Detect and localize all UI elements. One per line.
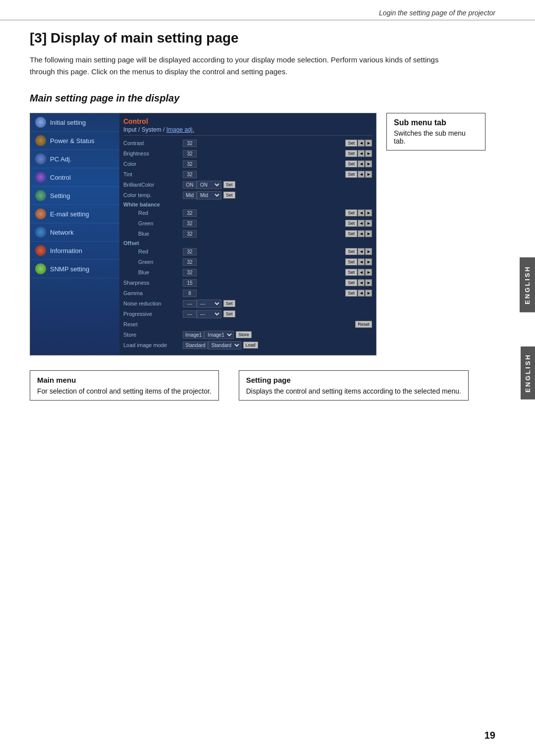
setting-page-annotation: Setting page Displays the control and se… (239, 370, 469, 401)
dec-wb-red-btn[interactable]: ◄ (358, 209, 365, 216)
main-menu-annotation: Main menu For selection of control and s… (30, 370, 219, 401)
select-color-temp[interactable]: MidHighLow (197, 191, 221, 200)
label-noise-reduction: Noise reduction (123, 301, 183, 306)
label-sharpness: Sharpness (123, 280, 183, 286)
section-offset: Offset (123, 240, 372, 246)
row-tint: Tint 32 Set ◄ ► (123, 170, 372, 179)
sub-menu-tab-desc: Switches the sub menu tab. (394, 129, 466, 145)
label-offset-green: Green (123, 259, 183, 265)
sidebar-item-information[interactable]: Information (30, 242, 119, 260)
breadcrumb-input[interactable]: Input (123, 126, 137, 133)
select-brilliant-color[interactable]: ONOFF (197, 181, 221, 189)
dec-wb-blue-btn[interactable]: ◄ (358, 230, 365, 237)
sidebar-label-pc: PC Adj. (50, 155, 71, 163)
select-load-image-mode[interactable]: Standard (208, 341, 241, 350)
label-progressive: Progressive (123, 311, 183, 317)
set-color-temp-btn[interactable]: Set (223, 192, 235, 199)
control-icon (35, 172, 46, 183)
label-color: Color (123, 161, 183, 167)
set-tint-btn[interactable]: Set (345, 171, 357, 178)
set-wb-green-btn[interactable]: Set (345, 220, 357, 227)
inc-wb-red-btn[interactable]: ► (365, 209, 372, 216)
set-gamma-btn[interactable]: Set (345, 290, 357, 297)
label-brilliant-color: BrilliantColor (123, 182, 183, 188)
row-brightness: Brightness 32 Set ◄ ► (123, 149, 372, 158)
page-container: ENGLISH Login the setting page of the pr… (0, 0, 535, 756)
dec-brightness-btn[interactable]: ◄ (358, 150, 365, 157)
inc-color-btn[interactable]: ► (365, 160, 372, 167)
sidebar-label-control: Control (50, 174, 71, 181)
dec-tint-btn[interactable]: ◄ (358, 171, 365, 178)
sidebar-item-pc-adj[interactable]: PC Adj. (30, 150, 119, 168)
row-load-image-mode: Load image mode Standard Standard Load (123, 341, 372, 350)
setting-page-desc: Displays the control and setting items a… (246, 387, 461, 395)
inc-tint-btn[interactable]: ► (365, 171, 372, 178)
sidebar-item-power-status[interactable]: Power & Status (30, 132, 119, 150)
set-wb-red-btn[interactable]: Set (345, 209, 357, 216)
english-vertical-tab: ENGLISH (520, 257, 535, 312)
dec-offset-blue-btn[interactable]: ◄ (358, 269, 365, 276)
set-offset-red-btn[interactable]: Set (345, 248, 357, 255)
dec-sharpness-btn[interactable]: ◄ (358, 279, 365, 286)
value-wb-blue: 32 (183, 230, 197, 238)
inc-offset-green-btn[interactable]: ► (365, 258, 372, 265)
inc-sharpness-btn[interactable]: ► (365, 279, 372, 286)
reset-btn[interactable]: Reset (355, 321, 372, 328)
power-status-icon (35, 135, 46, 146)
value-tint: 32 (183, 171, 197, 178)
dec-offset-green-btn[interactable]: ◄ (358, 258, 365, 265)
inc-gamma-btn[interactable]: ► (365, 290, 372, 297)
value-contrast: 32 (183, 140, 197, 147)
row-offset-red: Red 32 Set ◄ ► (123, 247, 372, 256)
dec-color-btn[interactable]: ◄ (358, 160, 365, 167)
main-menu-desc: For selection of control and setting ite… (37, 387, 212, 395)
label-reset: Reset (123, 321, 183, 327)
set-brightness-btn[interactable]: Set (345, 150, 357, 157)
load-btn[interactable]: Load (243, 342, 258, 349)
right-annotations: Sub menu tab Switches the sub menu tab. (386, 113, 485, 155)
dec-offset-red-btn[interactable]: ◄ (358, 248, 365, 255)
select-progressive[interactable]: --- (197, 310, 221, 318)
sidebar-item-email-setting[interactable]: E-mail setting (30, 205, 119, 223)
inc-wb-green-btn[interactable]: ► (365, 220, 372, 227)
sidebar-item-control[interactable]: Control (30, 168, 119, 187)
dec-gamma-btn[interactable]: ◄ (358, 290, 365, 297)
ui-mockup: Initial setting Power & Status PC Adj. C… (30, 113, 376, 355)
breadcrumb-system[interactable]: System (142, 126, 161, 133)
set-wb-blue-btn[interactable]: Set (345, 230, 357, 237)
store-btn[interactable]: Store (236, 331, 252, 338)
set-noise-reduction-btn[interactable]: Set (223, 300, 235, 307)
select-store[interactable]: Image1Image2 (204, 331, 234, 339)
sidebar-label-info: Information (50, 247, 82, 254)
value-load-image-mode: Standard (183, 342, 208, 349)
row-color: Color 32 Set ◄ ► (123, 159, 372, 168)
sub-heading: Main setting page in the display (30, 93, 505, 104)
inc-wb-blue-btn[interactable]: ► (365, 230, 372, 237)
sidebar-item-setting[interactable]: Setting (30, 187, 119, 205)
set-contrast-btn[interactable]: Set (345, 140, 357, 147)
sidebar-label-initial: Initial setting (50, 119, 86, 126)
set-offset-green-btn[interactable]: Set (345, 258, 357, 265)
inc-brightness-btn[interactable]: ► (365, 150, 372, 157)
set-brilliant-color-btn[interactable]: Set (223, 181, 235, 188)
set-color-btn[interactable]: Set (345, 160, 357, 167)
select-noise-reduction[interactable]: --- (197, 300, 221, 308)
sidebar-item-initial-setting[interactable]: Initial setting (30, 113, 119, 132)
label-offset-red: Red (123, 249, 183, 254)
row-brilliant-color: BrilliantColor ON ONOFF Set (123, 180, 372, 189)
row-wb-green: Green 32 Set ◄ ► (123, 219, 372, 228)
dec-contrast-btn[interactable]: ◄ (358, 140, 365, 147)
row-offset-blue: Blue 32 Set ◄ ► (123, 268, 372, 277)
inc-contrast-btn[interactable]: ► (365, 140, 372, 147)
sidebar-item-network[interactable]: Network (30, 223, 119, 242)
breadcrumb-image-adj[interactable]: Image adj. (166, 126, 194, 133)
label-brightness: Brightness (123, 151, 183, 156)
set-offset-blue-btn[interactable]: Set (345, 269, 357, 276)
label-tint: Tint (123, 171, 183, 177)
set-sharpness-btn[interactable]: Set (345, 279, 357, 286)
inc-offset-blue-btn[interactable]: ► (365, 269, 372, 276)
set-progressive-btn[interactable]: Set (223, 310, 235, 317)
inc-offset-red-btn[interactable]: ► (365, 248, 372, 255)
sidebar-item-snmp-setting[interactable]: SNMP setting (30, 260, 119, 278)
dec-wb-green-btn[interactable]: ◄ (358, 220, 365, 227)
